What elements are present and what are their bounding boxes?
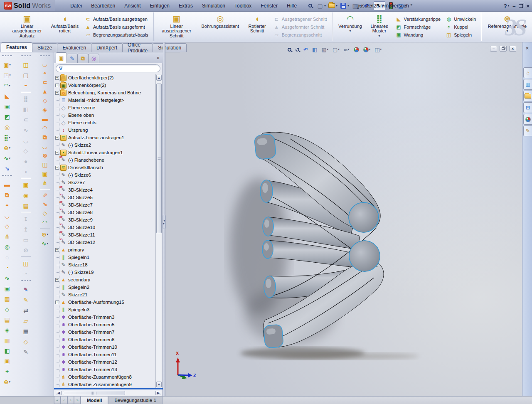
task-pane-close-button[interactable]: × [524,45,531,52]
expand-toggle[interactable]: + [55,91,59,95]
instant3d-button[interactable]: ↘ [1,163,13,174]
study-nav-3[interactable]: » [74,397,81,404]
wrap-button[interactable]: ◇ [20,145,32,156]
thicken-button[interactable]: ▣ [39,169,51,178]
display-style-button[interactable]: ▢▾ [332,46,340,53]
design-library-tab[interactable]: ▥ [523,79,532,90]
fastener-down-button[interactable]: ↧ [20,214,32,224]
knit-surface-button[interactable]: ⋔ [39,178,51,187]
feature-works-dropdown-arrow-icon[interactable]: ▾ [9,380,11,384]
tree-item-oberfläche-trimmen10[interactable]: ✱Oberfläche-Trimmen10 [55,343,155,351]
feature-works-button[interactable]: ⊛▾ [1,377,13,387]
scroll-up-button[interactable]: ▲ [156,75,162,81]
boundary-surface-button[interactable]: ◇ [39,96,51,105]
save-dropdown-arrow-icon[interactable]: ▾ [347,4,349,7]
lofted-cut-button[interactable]: ∿ [20,125,32,135]
expand-toggle[interactable]: + [55,301,59,304]
reference-geometry-dropdown-arrow-icon[interactable]: ▾ [47,233,49,236]
intersect-button[interactable]: + [1,366,13,377]
curves-button[interactable]: ∿▾ [1,153,13,163]
shell-button[interactable]: ▣ [1,101,13,111]
tree-item-oberfläche-ausformung15[interactable]: +▲Oberfläche-Ausformung15 [55,298,155,306]
tree-item-skizze18[interactable]: ✎Skizze18 [55,261,155,269]
spiegeln-button[interactable]: ◫Spiegeln [444,31,477,38]
trim-entities-button[interactable]: ◇ [20,336,32,347]
tree-horizontal-scrollbar[interactable]: ◀ ▶ [55,390,162,396]
tree-item-ebene-rechts[interactable]: ◇Ebene rechts [55,119,155,126]
kuppel-button[interactable]: ◓Kuppel [444,23,477,30]
fill-pattern-button[interactable]: ⣿ [20,94,32,104]
view-settings-button[interactable]: ◫▾ [374,46,382,53]
study-tab-modell[interactable]: Modell [81,397,108,404]
tree-item-3d-skizze10[interactable]: ✎3D-Skizze10 [55,224,155,231]
save-button[interactable]: ▾ [339,1,350,10]
parting-line-button[interactable]: ◇ [1,304,13,314]
study-nav-1[interactable]: ‹ [61,397,67,404]
open-dropdown-arrow-icon[interactable]: ▾ [336,4,337,7]
tree-item-material-nicht-festgelegt[interactable]: ≣Material <nicht festgelegt> [55,96,155,104]
fillet-button[interactable]: ◠▾ [1,80,13,91]
tree-item-oberfläche-trimmen12[interactable]: ✱Oberfläche-Trimmen12 [55,358,155,366]
dome-disabled-button[interactable]: ◔ [20,269,32,279]
scroll-right-button[interactable]: ▶ [155,391,161,395]
cut-extrude-button[interactable]: ◳▾ [1,70,13,80]
zoom-to-fit-button[interactable] [287,47,292,52]
tree-item-ebene-oben[interactable]: ◇Ebene oben [55,111,155,119]
expand-toggle[interactable]: + [55,136,59,140]
sphere-button[interactable]: ● [20,156,32,166]
tree-vertical-scrollbar[interactable]: ▲ ▼ [155,74,162,388]
fillet-surface-button[interactable]: ◡ [39,142,51,151]
tree-item-oberfläche-zusammenfügen8[interactable]: ⋔Oberfläche-Zusammenfügen8 [55,373,155,381]
toolbar-grip[interactable] [21,55,31,59]
fastener-up-button[interactable]: ↥ [20,224,32,234]
tree-item-drosselklflansch[interactable]: +◱Drosselklflansch [55,164,155,171]
display-style-dropdown-arrow-icon[interactable]: ▾ [338,48,340,51]
tree-item-secondary[interactable]: +▲secondary [55,276,155,283]
search-button[interactable] [305,1,315,10]
tree-item-3d-skizze7[interactable]: ✎3D-Skizze7 [55,201,155,209]
aufsatz-basis-rotiert-button[interactable]: ◖Aufsatz/Basis rotiert [48,13,81,41]
tab-features[interactable]: Features [1,42,32,52]
new-document-dropdown-arrow-icon[interactable]: ▾ [324,4,326,7]
lofted-surface-button[interactable]: ▲ [39,87,51,96]
reference-geometry-button[interactable]: ⊛▾ [39,230,51,239]
study-nav-2[interactable]: › [67,397,74,404]
planar-surface-button[interactable]: ▬ [39,114,51,123]
toolbar-grip[interactable] [21,280,31,284]
lineares-muster-dropdown-arrow-icon[interactable]: ▾ [379,34,380,38]
revolved-surface-button[interactable]: ◓ [39,69,51,78]
scroll-down-button[interactable]: ▼ [156,382,162,387]
tree-item-skizze21[interactable]: ✎Skizze21 [55,291,155,298]
tab-dimxpert[interactable]: DimXpert [91,43,123,52]
edit-appearance-button[interactable] [353,47,360,53]
tree-item-oberfläche-trimmen8[interactable]: ✱Oberfläche-Trimmen8 [55,336,155,343]
open-button[interactable]: ▾ [327,1,338,10]
section-view-button[interactable]: ◧ [311,46,318,53]
extruded-surface-button[interactable]: ⊂ [39,78,51,87]
tree-item-primary[interactable]: +▲primary [55,246,155,254]
graphics-viewport[interactable]: X Z ↶◧▧▾▢▾∞▾▾◫▾ – × [165,42,522,396]
rib-button[interactable]: ◣ [1,91,13,101]
mirror-button[interactable]: ◫ [20,59,32,70]
face-fillet-button[interactable]: ◠ [39,218,51,227]
hide-show-items-button[interactable]: ∞▾ [343,46,350,53]
boundary-cut-button[interactable]: ◡ [20,135,32,145]
formschräge-button[interactable]: ◩Formschräge [394,23,442,30]
tree-item-oberfläche-zusammenfügen9[interactable]: ⋔Oberfläche-Zusammenfügen9 [55,381,155,388]
tree-item-spiegeln2[interactable]: ∥Spiegeln2 [55,283,155,291]
offset-surface-button[interactable]: ⧉ [1,190,13,200]
lineares-muster-button[interactable]: ⣿Lineares Muster▾ [367,13,392,41]
trim-surface-button[interactable]: ◇ [1,221,13,231]
swept-cut-button[interactable]: ⊂ [20,114,32,125]
hole-wizard-button[interactable]: ◎ [1,122,13,132]
expand-toggle[interactable]: + [55,151,59,155]
rotierter-schnitt-button[interactable]: ◖Rotierter Schnitt [244,13,270,41]
feature-tree-filter[interactable]: ∇ [56,64,160,72]
boss-extrude-dropdown-arrow-icon[interactable]: ▾ [9,63,11,67]
hide-show-items-dropdown-arrow-icon[interactable]: ▾ [348,48,350,51]
combine-button[interactable]: ▣ [1,356,13,366]
tree-item-skizze2[interactable]: ✎(-) Skizze2 [55,141,155,149]
offset-surface-button[interactable]: ⧉ [39,133,51,142]
close-button[interactable]: × [526,3,530,9]
convert-entities-button[interactable]: ⇄ [20,305,32,315]
